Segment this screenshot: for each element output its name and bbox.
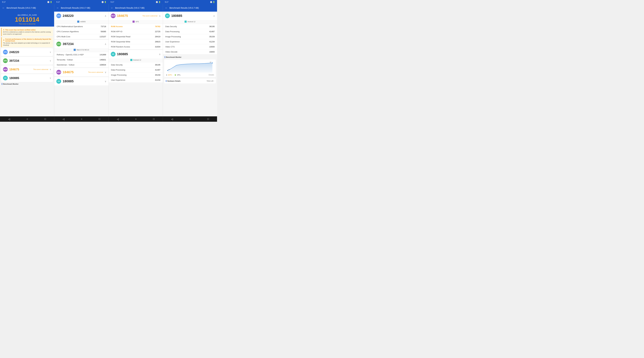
gpu-terracotta-row: Terracotta - Vulkan 146831 [54, 57, 108, 62]
ux-chevron-icon: ∨ [50, 77, 51, 79]
recents-nav-1[interactable]: □ [42, 117, 48, 121]
home-nav-3[interactable]: ○ [133, 117, 139, 121]
svg-text:36°: 36° [210, 62, 212, 63]
cpu-section: CPU 248220 ∧ mt6983 CPU Mathematical Ope… [54, 12, 108, 39]
ux-expanded-chevron-icon: ∧ [159, 53, 161, 56]
back-nav-3[interactable]: ◁ [114, 117, 121, 121]
ram-access-row: RAM Access 76782 [109, 24, 163, 29]
ux-expanded-circle: UX [111, 52, 116, 57]
mem-score-row[interactable]: MEM 184675 This score is abnormal ∨ [1, 66, 53, 73]
ux-expanded-header[interactable]: UX 180885 ∧ [109, 50, 163, 58]
gpu-score-row[interactable]: GPU 397234 ∨ [1, 57, 53, 65]
time-4: 5:17 [165, 1, 168, 3]
header-title-1: Benchmark Results (V9.0.7-0B) [6, 7, 36, 9]
gpu-section-chevron-icon: ∧ [105, 43, 106, 46]
gpu-chip-label: Mali-G710 MC10 [54, 48, 108, 52]
p3-data-processing-row: Data Processing 41497 [109, 67, 163, 72]
home-nav-4[interactable]: ○ [187, 117, 193, 121]
ux-full-header[interactable]: UX 180885 ∧ [163, 12, 217, 20]
back-arrow-4[interactable]: ← [165, 7, 168, 10]
battery-icon-3: ⚪ 🔋 [156, 1, 161, 3]
panel-cpu-gpu: CPU 248220 ∧ mt6983 CPU Mathematical Ope… [54, 12, 108, 116]
hardware-details-row[interactable]: Hardware Details View all › [164, 79, 216, 83]
hw-bar-icon [166, 80, 166, 82]
cpu-chip-icon [77, 21, 79, 23]
header-bar-4: ← Benchmark Results (V9.0.7-0B) [163, 4, 217, 12]
p3-user-experience-row: User Experience 41234 [109, 77, 163, 83]
ux-score-value: 180885 [9, 76, 48, 80]
header-title-3: Benchmark Results (V9.0.7-0B) [115, 7, 144, 9]
mem-section-header[interactable]: MEM 184675 This score is abnormal ∨ [54, 68, 108, 76]
back-arrow-1[interactable]: ← [2, 7, 5, 10]
ux-circle: UX [3, 76, 8, 80]
ux-section-score: 180885 [62, 79, 103, 83]
gpu-section: GPU 397234 ∧ Mali-G710 MC10 Refinery - O… [54, 40, 108, 68]
cpu-multi-row: CPU Multi-Core 115107 [54, 34, 108, 39]
recents-nav-2[interactable]: □ [96, 117, 102, 121]
chart-svg: 25° 36° [165, 61, 215, 73]
home-nav-2[interactable]: ○ [78, 117, 85, 121]
header-bar-1: ← Benchmark Results (V9.0.7-0B) [0, 4, 54, 12]
p4-video-cts-row: Video CTS 10000 [163, 44, 217, 49]
device-name: alps k6983v1_64_mcl50 [0, 14, 54, 16]
view-all-link[interactable]: View all › [206, 80, 214, 82]
status-bar-1: 5:17 ⚪ 🔋 [0, 0, 54, 4]
gpu-refinery-row: Refinery - OpenGL ES3.1+AEP 141899 [54, 52, 108, 57]
svg-point-1 [212, 63, 213, 63]
p4-video-decode-row: Video Decode 16800 [163, 49, 217, 54]
home-nav-1[interactable]: ○ [24, 117, 30, 121]
overview-header: alps k6983v1_64_mcl50 1011014 This score… [0, 12, 54, 27]
ux-full-chip-label: Android 12 [163, 20, 217, 24]
cpu-chevron-icon: ∨ [50, 51, 51, 53]
p4-image-processing-row: Image Processing 35159 [163, 34, 217, 39]
header-bar-2: ← Benchmark Results (V9.0.7-0B) [54, 4, 108, 12]
back-nav-1[interactable]: ◁ [6, 117, 12, 121]
warning-icon-1: ⚠ [3, 29, 4, 31]
rom-seq-write-row: ROM Sequential Write 26815 [109, 39, 163, 44]
ux-section-header[interactable]: UX 180885 ∨ [54, 77, 108, 86]
mem-section-circle: MEM [56, 70, 61, 75]
mem-section-score: 184675 [62, 70, 86, 74]
warning-box-2: ⚠ Current performance of the device is o… [1, 37, 53, 47]
time-2: 5:17 [56, 1, 60, 3]
ux-section-collapsed: UX 180885 ∨ [54, 77, 108, 86]
ux-section-circle: UX [56, 79, 61, 84]
mem-section-chevron-icon: ∨ [105, 71, 106, 74]
back-nav-2[interactable]: ◁ [60, 117, 67, 121]
ux-chip-icon [130, 59, 132, 61]
p3-data-security-row: Data Security 36195 [109, 62, 163, 67]
panel-mem-ux: MEM 184675 This score is abnormal ∧ UFS … [109, 12, 163, 116]
details-link[interactable]: Details [208, 74, 214, 76]
total-score: 1011014 [0, 16, 54, 23]
rom-rand-access-row: ROM Random Access 31934 [109, 44, 163, 49]
status-bar-4: 5:17 ⚪ 🔋 [163, 0, 217, 4]
ux-score-row[interactable]: UX 180885 ∨ [1, 74, 53, 82]
bm-bar-icon-4 [165, 56, 165, 58]
mem-chip-icon [132, 21, 134, 23]
temp-label: 🌡 11°C↑ 🔋 14%↓ [166, 74, 181, 76]
mem-section-expanded: MEM 184675 This score is abnormal ∧ UFS … [109, 12, 163, 49]
p3-image-processing-row: Image Processing 35159 [109, 72, 163, 77]
mem-expanded-header[interactable]: MEM 184675 This score is abnormal ∧ [109, 12, 163, 20]
ux-section-chevron-icon: ∨ [105, 80, 106, 83]
cpu-score-row[interactable]: CPU 248220 ∨ [1, 48, 53, 56]
gpu-section-circle: GPU [56, 42, 61, 46]
p4-data-processing-row: Data Processing 41497 [163, 29, 217, 34]
back-nav-4[interactable]: ◁ [169, 117, 175, 121]
benchmark-chart: 25° 36° 🌡 11°C↑ 🔋 14%↓ Details [164, 60, 216, 77]
header-title-2: Benchmark Results (V9.0.7-0B) [61, 7, 90, 9]
back-arrow-2[interactable]: ← [56, 7, 59, 10]
gpu-chip-icon [74, 49, 76, 51]
status-bar-2: 5:17 ⚪ 🔋 [54, 0, 108, 4]
cpu-algo-row: CPU Common Algorithms 59395 [54, 29, 108, 34]
recents-nav-3[interactable]: □ [151, 117, 157, 121]
warning-2-body: The device may have adopted up-to-date t… [3, 42, 52, 46]
recents-nav-4[interactable]: □ [205, 117, 211, 121]
cpu-score-value: 248220 [9, 51, 48, 54]
warning-1-title: ⚠ This score has not been verified onlin… [3, 29, 52, 31]
cpu-section-header[interactable]: CPU 248220 ∧ [54, 12, 108, 20]
bm-monitor-label-4: Benchmark Monitor [163, 55, 217, 59]
mem-circle: MEM [3, 67, 8, 72]
back-arrow-3[interactable]: ← [111, 7, 114, 10]
gpu-section-header[interactable]: GPU 397234 ∧ [54, 40, 108, 48]
